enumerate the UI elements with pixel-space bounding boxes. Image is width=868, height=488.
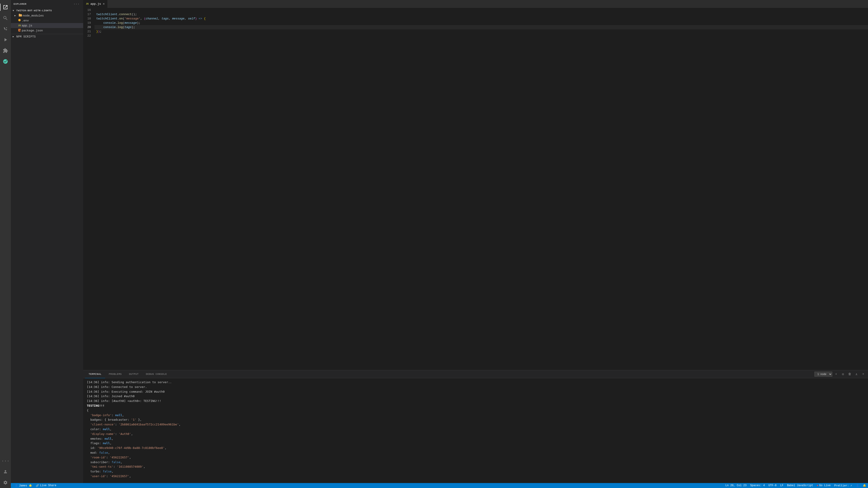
package-icon: [17, 29, 22, 33]
project-root-folder[interactable]: ▼ TWITCH-BOT-WITH-LIGHTS: [11, 8, 83, 13]
code-line-16: 16: [83, 8, 329, 12]
env-label: .env: [22, 19, 29, 22]
package-json-label: package.json: [22, 29, 43, 32]
run-debug-icon[interactable]: [0, 34, 11, 45]
sidebar-tree: ▼ TWITCH-BOT-WITH-LIGHTS ▶ node_modules …: [11, 8, 83, 183]
code-line-18: 18 twitchClient.on('message', (channel, …: [83, 17, 329, 21]
project-name: TWITCH-BOT-WITH-LIGHTS: [16, 9, 52, 12]
sidebar-title: EXPLORER: [13, 3, 26, 5]
env-icon: [17, 19, 22, 23]
explorer-icon[interactable]: [0, 2, 11, 13]
code-line-20: 20 console.log(tags);: [83, 25, 329, 29]
code-line-21: 21 });: [83, 29, 329, 34]
tab-js-icon: JS: [86, 3, 89, 5]
code-line-22: 22: [83, 34, 329, 38]
tab-bar: JS app.js ×: [83, 0, 329, 8]
code-lines: 16 17 twitchClient.connect(); 18 twitchC…: [83, 8, 329, 38]
package-json-file[interactable]: package.json: [11, 28, 83, 33]
code-editor[interactable]: 16 17 twitchClient.connect(); 18 twitchC…: [83, 8, 329, 183]
env-file[interactable]: .env: [11, 18, 83, 23]
tab-app-js[interactable]: JS app.js ×: [83, 0, 107, 8]
folder-arrow-icon: ▼: [13, 9, 16, 12]
main-area: JS app.js × 16 17 twitchClient.connect()…: [83, 0, 329, 183]
sidebar: EXPLORER ··· ▼ TWITCH-BOT-WITH-LIGHTS ▶ …: [11, 0, 83, 183]
source-control-icon[interactable]: [0, 24, 11, 34]
npm-arrow-icon: ▶: [13, 35, 16, 38]
js-icon: JS: [17, 24, 22, 27]
activity-bar: ···: [0, 0, 11, 183]
extensions-icon[interactable]: [0, 45, 11, 56]
remote-icon[interactable]: [0, 56, 11, 67]
tab-close-button[interactable]: ×: [103, 2, 105, 6]
sidebar-header-actions: ···: [72, 2, 81, 6]
svg-point-0: [18, 19, 21, 22]
code-line-19: 19 console.log(message);: [83, 21, 329, 25]
node-modules-label: node_modules: [23, 14, 44, 18]
npm-scripts-header[interactable]: ▶ NPM SCRIPTS: [11, 34, 83, 39]
npm-scripts-section: ▶ NPM SCRIPTS: [11, 34, 83, 39]
app-js-label: app.js: [22, 24, 32, 27]
folder-icon: [18, 13, 23, 18]
new-file-icon[interactable]: ···: [72, 2, 81, 6]
app-js-file[interactable]: JS app.js: [11, 23, 83, 28]
node-modules-folder[interactable]: ▶ node_modules: [11, 13, 83, 18]
code-line-17: 17 twitchClient.connect();: [83, 12, 329, 17]
tab-label: app.js: [90, 2, 101, 6]
folder-collapse-icon: ▶: [14, 14, 18, 17]
search-icon[interactable]: [0, 13, 11, 24]
npm-scripts-label: NPM SCRIPTS: [16, 35, 36, 38]
sidebar-header: EXPLORER ···: [11, 0, 83, 8]
